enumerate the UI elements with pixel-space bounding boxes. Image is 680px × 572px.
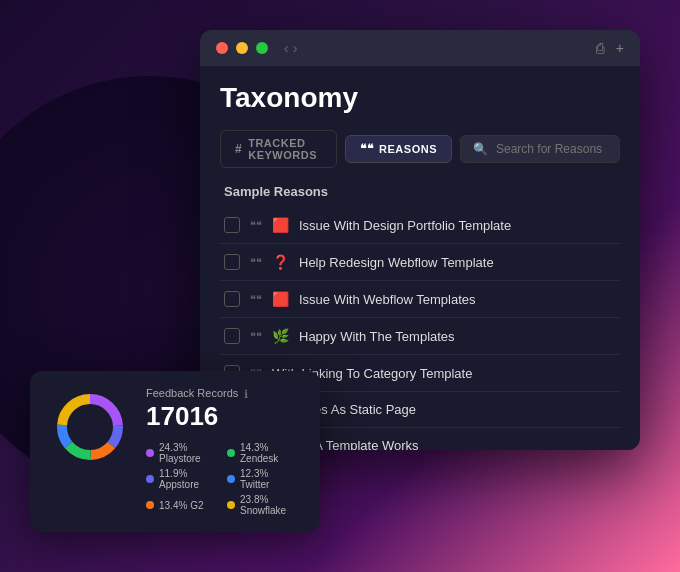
donut-svg <box>50 387 130 467</box>
legend-dot-zendesk <box>227 449 235 457</box>
tabs-bar: # TRACKED KEYWORDS ❝❝ REASONS 🔍 <box>220 130 620 168</box>
row-checkbox[interactable] <box>224 328 240 344</box>
legend-item: 13.4% G2 <box>146 494 219 516</box>
legend-label-playstore: 24.3% Playstore <box>159 442 219 464</box>
feedback-label: Feedback Records <box>146 387 238 399</box>
row-label: Happy With The Templates <box>299 329 455 344</box>
traffic-light-green[interactable] <box>256 42 268 54</box>
traffic-light-yellow[interactable] <box>236 42 248 54</box>
donut-center <box>72 409 108 445</box>
reasons-label: REASONS <box>379 143 437 155</box>
quotes-icon: ❝❝ <box>250 256 262 269</box>
table-row[interactable]: ❝❝ 🟥 Issue With Design Portfolio Templat… <box>220 207 620 244</box>
tracked-keywords-icon: # <box>235 142 242 156</box>
traffic-light-red[interactable] <box>216 42 228 54</box>
row-label: Issue With Design Portfolio Template <box>299 218 511 233</box>
feedback-card: Feedback Records ℹ 17016 24.3% Playstore… <box>30 371 320 532</box>
donut-chart <box>50 387 130 471</box>
legend-item: 12.3% Twitter <box>227 468 300 490</box>
legend-item: 14.3% Zendesk <box>227 442 300 464</box>
tab-tracked-keywords[interactable]: # TRACKED KEYWORDS <box>220 130 337 168</box>
feedback-info: Feedback Records ℹ 17016 24.3% Playstore… <box>146 387 300 516</box>
window-titlebar: ‹ › ⎙ + <box>200 30 640 66</box>
legend-item: 24.3% Playstore <box>146 442 219 464</box>
table-row[interactable]: ❝❝ 🟥 Issue With Webflow Templates <box>220 281 620 318</box>
legend-item: 11.9% Appstore <box>146 468 219 490</box>
quotes-icon: ❝❝ <box>250 330 262 343</box>
row-status-icon: 🟥 <box>272 291 289 307</box>
quotes-icon: ❝❝ <box>250 293 262 306</box>
legend-dot-g2 <box>146 501 154 509</box>
share-icon[interactable]: ⎙ <box>596 40 604 56</box>
row-status-icon: 🟥 <box>272 217 289 233</box>
nav-forward-arrow[interactable]: › <box>293 40 298 56</box>
search-box[interactable]: 🔍 <box>460 135 620 163</box>
nav-back-arrow[interactable]: ‹ <box>284 40 289 56</box>
row-checkbox[interactable] <box>224 254 240 270</box>
row-checkbox[interactable] <box>224 291 240 307</box>
tracked-keywords-label: TRACKED KEYWORDS <box>248 137 322 161</box>
legend-item: 23.8% Snowflake <box>227 494 300 516</box>
legend-dot-snowflake <box>227 501 235 509</box>
row-label: Help Redesign Webflow Template <box>299 255 494 270</box>
legend-dot-twitter <box>227 475 235 483</box>
info-icon: ℹ <box>244 388 248 401</box>
tab-reasons[interactable]: ❝❝ REASONS <box>345 135 452 163</box>
window-nav-arrows: ‹ › <box>284 40 297 56</box>
table-section-header: Sample Reasons <box>220 184 620 199</box>
legend-label-appstore: 11.9% Appstore <box>159 468 219 490</box>
quotes-icon: ❝❝ <box>250 219 262 232</box>
window-actions: ⎙ + <box>596 40 624 56</box>
legend-label-g2: 13.4% G2 <box>159 500 203 511</box>
legend-grid: 24.3% Playstore 14.3% Zendesk 11.9% Apps… <box>146 442 300 516</box>
add-icon[interactable]: + <box>616 40 624 56</box>
row-checkbox[interactable] <box>224 217 240 233</box>
feedback-number: 17016 <box>146 401 300 432</box>
reasons-icon: ❝❝ <box>360 142 373 156</box>
row-status-icon: 🌿 <box>272 328 289 344</box>
page-title: Taxonomy <box>220 82 620 114</box>
feedback-card-inner: Feedback Records ℹ 17016 24.3% Playstore… <box>50 387 300 516</box>
table-row[interactable]: ❝❝ ❓ Help Redesign Webflow Template <box>220 244 620 281</box>
legend-dot-appstore <box>146 475 154 483</box>
search-input[interactable] <box>496 142 607 156</box>
row-status-icon: ❓ <box>272 254 289 270</box>
row-label: Issue With Webflow Templates <box>299 292 476 307</box>
legend-label-snowflake: 23.8% Snowflake <box>240 494 300 516</box>
legend-label-twitter: 12.3% Twitter <box>240 468 300 490</box>
legend-label-zendesk: 14.3% Zendesk <box>240 442 300 464</box>
search-icon: 🔍 <box>473 142 488 156</box>
legend-dot-playstore <box>146 449 154 457</box>
table-row[interactable]: ❝❝ 🌿 Happy With The Templates <box>220 318 620 355</box>
